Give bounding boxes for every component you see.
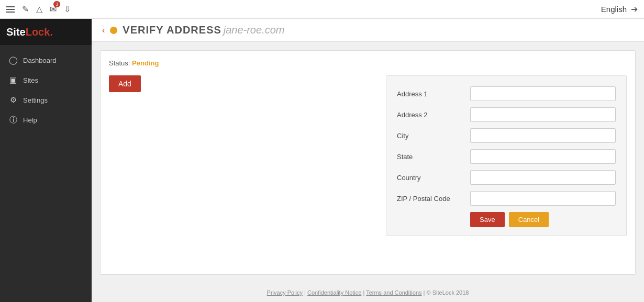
sites-icon: ▣ xyxy=(8,75,18,85)
status-bar: Status: Pending xyxy=(109,59,627,67)
main-card: Status: Pending Add Address 1 Address 2 xyxy=(100,50,636,275)
status-label: Status: xyxy=(109,59,130,67)
shield-icon[interactable]: △ xyxy=(36,4,42,14)
hamburger-menu-icon[interactable] xyxy=(6,6,15,13)
label-address2: Address 2 xyxy=(397,111,470,119)
label-state: State xyxy=(397,153,470,161)
sidebar-item-help[interactable]: ⓘ Help xyxy=(0,110,92,130)
add-button[interactable]: Add xyxy=(109,75,141,92)
sidebar: SiteLock. ◯ Dashboard ▣ Sites ⚙ Settings… xyxy=(0,19,92,302)
sidebar-nav: ◯ Dashboard ▣ Sites ⚙ Settings ⓘ Help xyxy=(0,45,92,130)
content-area: ‹ VERIFY ADDRESS jane-roe.com Status: Pe… xyxy=(92,19,644,302)
field-city: City xyxy=(397,128,616,143)
alert-icon[interactable]: ✎ xyxy=(22,4,29,14)
download-icon[interactable]: ⇩ xyxy=(64,4,71,14)
top-header: ✎ △ ✉ 3 ⇩ English ➔ xyxy=(0,0,644,19)
page-title-text: VERIFY ADDRESS xyxy=(123,24,221,36)
field-country: Country xyxy=(397,170,616,185)
status-value: Pending xyxy=(132,59,159,67)
sidebar-label-sites: Sites xyxy=(23,76,38,84)
input-address2[interactable] xyxy=(470,107,616,122)
footer: Privacy Policy | Confidentiality Notice … xyxy=(92,283,644,302)
sidebar-item-settings[interactable]: ⚙ Settings xyxy=(0,90,92,110)
confidentiality-link[interactable]: Confidentiality Notice xyxy=(307,289,361,296)
logout-icon[interactable]: ➔ xyxy=(631,4,638,14)
input-country[interactable] xyxy=(470,170,616,185)
settings-icon: ⚙ xyxy=(8,95,18,105)
footer-copyright: © SiteLock 2018 xyxy=(427,289,469,296)
header-right: English ➔ xyxy=(601,4,638,14)
input-address1[interactable] xyxy=(470,86,616,101)
field-state: State xyxy=(397,149,616,164)
language-label: English xyxy=(601,5,627,14)
form-left: Add xyxy=(109,75,375,236)
logo-dot: . xyxy=(50,26,53,38)
cancel-button[interactable]: Cancel xyxy=(509,212,549,227)
header-left: ✎ △ ✉ 3 ⇩ xyxy=(6,4,71,14)
logo-site: Site xyxy=(6,26,26,38)
sidebar-item-dashboard[interactable]: ◯ Dashboard xyxy=(0,50,92,70)
notification-icon[interactable]: ✉ 3 xyxy=(50,4,57,14)
input-state[interactable] xyxy=(470,149,616,164)
save-button[interactable]: Save xyxy=(470,212,505,227)
label-city: City xyxy=(397,132,470,140)
label-country: Country xyxy=(397,174,470,182)
logo-lock: Lock xyxy=(26,26,50,38)
field-zip: ZIP / Postal Code xyxy=(397,191,616,206)
address-form: Address 1 Address 2 City State xyxy=(386,75,627,236)
form-actions: Save Cancel xyxy=(397,212,616,227)
main-layout: SiteLock. ◯ Dashboard ▣ Sites ⚙ Settings… xyxy=(0,19,644,302)
dashboard-icon: ◯ xyxy=(8,55,18,65)
privacy-policy-link[interactable]: Privacy Policy xyxy=(267,289,303,296)
back-button[interactable]: ‹ xyxy=(102,26,105,35)
sidebar-item-sites[interactable]: ▣ Sites xyxy=(0,70,92,90)
status-dot-pending xyxy=(110,27,117,34)
logo-text: SiteLock. xyxy=(6,26,53,38)
page-title: VERIFY ADDRESS jane-roe.com xyxy=(123,24,284,36)
form-wrapper: Add Address 1 Address 2 City xyxy=(109,75,627,236)
page-header: ‹ VERIFY ADDRESS jane-roe.com xyxy=(92,19,644,42)
notification-badge: 3 xyxy=(53,1,60,7)
field-address2: Address 2 xyxy=(397,107,616,122)
field-address1: Address 1 xyxy=(397,86,616,101)
terms-link[interactable]: Terms and Conditions xyxy=(366,289,421,296)
input-city[interactable] xyxy=(470,128,616,143)
help-icon: ⓘ xyxy=(8,115,18,125)
app-wrapper: ✎ △ ✉ 3 ⇩ English ➔ SiteLock. ◯ xyxy=(0,0,644,302)
input-zip[interactable] xyxy=(470,191,616,206)
sidebar-label-help: Help xyxy=(23,116,37,124)
page-domain: jane-roe.com xyxy=(224,24,285,36)
label-zip: ZIP / Postal Code xyxy=(397,195,470,203)
sidebar-logo: SiteLock. xyxy=(0,19,92,45)
sidebar-label-dashboard: Dashboard xyxy=(23,57,57,64)
sidebar-label-settings: Settings xyxy=(23,96,48,104)
label-address1: Address 1 xyxy=(397,90,470,98)
